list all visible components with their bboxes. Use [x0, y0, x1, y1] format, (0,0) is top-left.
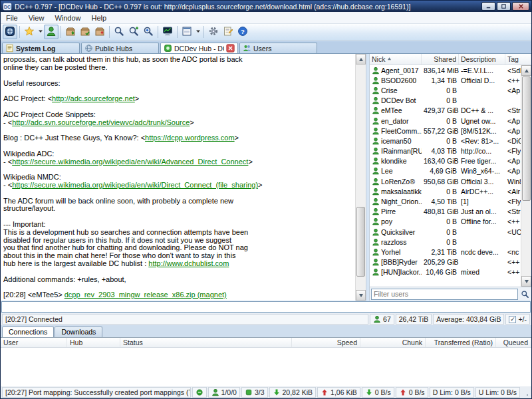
chat-text: Useful resources:: [3, 80, 61, 87]
userlist-scrollbar[interactable]: [521, 65, 531, 287]
scroll-up-button[interactable]: [356, 54, 366, 65]
user-row[interactable]: FleetComm...557,22 GiB[8M/512K...<Ap: [370, 126, 521, 136]
userlist[interactable]: Agent_0017836,14 MiB-=E.V.I.L...<SdlBSOD…: [370, 65, 521, 287]
user-row[interactable]: poy0 BOffline for...<++: [370, 217, 521, 227]
chat-message-input[interactable]: [1, 301, 531, 313]
finished-downloads-button[interactable]: [78, 25, 92, 39]
user-row[interactable]: BSOD26001,34 TiBOfficial D...<++: [370, 75, 521, 85]
menu-file[interactable]: File: [1, 13, 23, 23]
search-button[interactable]: [112, 25, 126, 39]
user-row[interactable]: razzloss0 B: [370, 237, 521, 247]
transfers-list[interactable]: [1, 348, 531, 386]
favorite-users-button[interactable]: [44, 25, 59, 39]
chat-link[interactable]: https://dcpp.wordpress.com: [145, 134, 235, 142]
transfers-header-hub[interactable]: Hub: [67, 338, 120, 347]
maximize-button[interactable]: [497, 2, 511, 11]
open-file-list-button[interactable]: [180, 25, 194, 39]
title-bar[interactable]: DC DC++ 0.797 - [DCDev Hub - DC++ 0.797 …: [1, 1, 531, 12]
chat-link[interactable]: http://www.dchublist.com: [148, 260, 229, 267]
finished-uploads-button[interactable]: [92, 25, 107, 39]
transfers-header-user[interactable]: User: [1, 338, 67, 347]
user-row[interactable]: LoRenZo®950,68 GiBOfficial 3...Win8: [370, 176, 521, 186]
transfers-header-transferred-ratio[interactable]: Transferred (Ratio): [426, 338, 496, 347]
user-row[interactable]: Quicksilver0 B<UC: [370, 227, 521, 237]
notepad-button[interactable]: [221, 25, 235, 39]
whats-this-button[interactable]: ?: [235, 25, 250, 39]
tab-dcdev-hub-dc[interactable]: DCDev Hub - DC...: [160, 43, 238, 53]
user-row[interactable]: iceman500 B<Rev: 81>...<DiC: [370, 136, 521, 146]
scroll-thumb[interactable]: [356, 207, 365, 277]
adl-search-button[interactable]: [126, 25, 141, 39]
checkbox-icon[interactable]: ✓: [509, 316, 516, 323]
scroll-track[interactable]: [356, 65, 366, 290]
user-nick: IRainman[RU]: [381, 147, 422, 155]
minimize-button[interactable]: [481, 2, 495, 11]
transfer-tab-downloads[interactable]: Downloads: [55, 327, 102, 337]
chat-line: --- Important:: [3, 221, 354, 229]
network-statistics-button[interactable]: [160, 25, 175, 39]
user-row[interactable]: [BBB]Ryder205,29 GiB<++: [370, 257, 521, 267]
chat-link[interactable]: http://adc.svn.sourceforge.net/viewvc/ad…: [12, 119, 190, 126]
user-row[interactable]: DCDev Bot0 B: [370, 96, 521, 106]
hubs-icon: [245, 388, 253, 396]
userlist-header-description[interactable]: Description: [459, 54, 505, 65]
userlist-header-nick[interactable]: Nick: [370, 54, 422, 65]
open-file-list-dropdown-button[interactable]: [194, 25, 201, 39]
user-row[interactable]: Yorhel2,31 TiBncdc deve...<nc: [370, 247, 521, 257]
chat-scrollbar[interactable]: [355, 54, 366, 301]
chat-text: online they can be posted there.: [3, 64, 108, 71]
transfers-header-speed[interactable]: Speed: [292, 338, 360, 347]
show-joins-toggle[interactable]: ✓ +/-: [505, 314, 530, 325]
tab-system-log[interactable]: System Log: [2, 43, 80, 53]
chat-text: This is a development hub so searches an…: [3, 229, 248, 236]
chat-line: [3, 87, 354, 95]
scroll-up-button[interactable]: [521, 65, 531, 76]
chat-link[interactable]: https://secure.wikimedia.org/wikipedia/e…: [12, 182, 258, 189]
filter-users-input[interactable]: [371, 289, 518, 300]
scroll-track[interactable]: [521, 76, 531, 276]
download-queue-button[interactable]: [63, 25, 78, 39]
menu-view[interactable]: View: [23, 13, 50, 23]
chat-link[interactable]: http://adc.sourceforge.net: [52, 95, 135, 102]
user-row[interactable]: en_dator0 BUgnet ow...<Ap: [370, 116, 521, 126]
transfer-tab-connections[interactable]: Connections: [2, 327, 54, 337]
favorite-hubs-button[interactable]: [22, 25, 37, 39]
chat-link[interactable]: dcpp_rev_2903_mingw_release_x86.zip (mag…: [65, 291, 227, 299]
close-icon[interactable]: [226, 44, 235, 53]
scroll-thumb[interactable]: [522, 76, 531, 201]
transfers-header: UserHubStatusSpeedChunkTransferred (Rati…: [1, 337, 531, 348]
public-hubs-button[interactable]: [3, 25, 17, 39]
userlist-header-shared[interactable]: Shared: [422, 54, 459, 65]
scroll-down-button[interactable]: [521, 276, 531, 287]
user-nick-cell: Pirre: [370, 207, 422, 215]
transfers-header-chunk[interactable]: Chunk: [360, 338, 426, 347]
user-row[interactable]: eMTee429,37 GiBDC++ & ...<Str: [370, 106, 521, 116]
user-row[interactable]: klondike163,40 GiBFree tiger...<Ap: [370, 156, 521, 166]
tab-public-hubs[interactable]: Public Hubs: [81, 43, 159, 53]
user-row[interactable]: Pirre480,81 GiBJust an ol...<Str: [370, 207, 521, 217]
user-row[interactable]: IRainman[RU]4,03 TiBhttp://co...<Fly: [370, 146, 521, 156]
settings-button[interactable]: [206, 25, 221, 39]
transfers-header-status[interactable]: Status: [120, 338, 292, 347]
chat-text: - <: [3, 158, 12, 166]
userlist-header-tag[interactable]: Tag: [505, 54, 531, 65]
close-button[interactable]: [512, 2, 529, 11]
chat-area[interactable]: proposals, can talk about them in this h…: [1, 54, 355, 301]
user-row[interactable]: maksalaatikko0 BAirDC++...<Air: [370, 186, 521, 196]
favorite-hubs-dropdown-button[interactable]: [37, 25, 44, 39]
user-row[interactable]: Lee4,69 GiBWin8_x64-...<Ap: [370, 166, 521, 176]
user-row[interactable]: Agent_0017836,14 MiB-=E.V.I.L...<Sdl: [370, 65, 521, 75]
transfers-header-queued[interactable]: Queued: [496, 338, 531, 347]
tab-users[interactable]: Users: [239, 43, 317, 53]
menu-window[interactable]: Window: [49, 13, 86, 23]
scroll-down-button[interactable]: [356, 290, 366, 301]
menu-help[interactable]: Help: [86, 13, 112, 23]
search-spy-button[interactable]: [141, 25, 156, 39]
menu-bar: FileViewWindowHelp: [1, 12, 531, 24]
search-icon[interactable]: [519, 290, 530, 299]
user-row[interactable]: [HUN]Iackor...10,46 GiBmixed<++: [370, 267, 521, 277]
chat-link[interactable]: https://secure.wikimedia.org/wikipedia/e…: [12, 158, 248, 166]
user-row[interactable]: Night_Orion...4,50 TiB[1]<Fly: [370, 196, 521, 206]
resize-grip[interactable]: [521, 387, 530, 398]
user-row[interactable]: Crise0 B<Ap: [370, 85, 521, 95]
